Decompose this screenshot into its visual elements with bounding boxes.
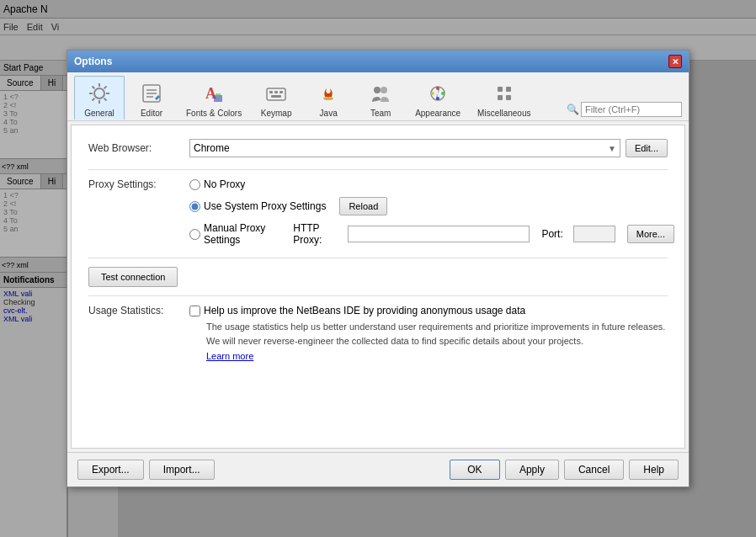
svg-point-13 xyxy=(323,97,333,100)
editor-label: Editor xyxy=(141,109,162,118)
java-label: Java xyxy=(320,109,338,118)
svg-rect-10 xyxy=(274,91,278,93)
dialog-buttons-bar: Export... Import... OK Apply Cancel Help xyxy=(67,452,689,486)
usage-description-block: The usage statistics help us better unde… xyxy=(206,320,668,362)
dialog-title: Options xyxy=(74,56,112,67)
divider-2 xyxy=(88,258,668,258)
system-proxy-radio[interactable] xyxy=(189,201,200,212)
modal-overlay: Options ✕ General xyxy=(0,0,756,537)
svg-point-14 xyxy=(374,87,381,93)
keymap-label: Keymap xyxy=(261,109,292,118)
system-proxy-option[interactable]: Use System Proxy Settings xyxy=(189,200,326,212)
team-label: Team xyxy=(370,109,391,118)
svg-point-0 xyxy=(94,88,104,98)
search-input[interactable] xyxy=(581,102,682,117)
help-button[interactable]: Help xyxy=(629,460,679,480)
export-button[interactable]: Export... xyxy=(77,460,144,480)
svg-rect-23 xyxy=(498,95,503,100)
dialog-titlebar: Options ✕ xyxy=(67,51,689,72)
miscellaneous-label: Miscellaneous xyxy=(477,109,530,118)
usage-checkbox-label[interactable]: Help us improve the NetBeans IDE by prov… xyxy=(189,305,668,316)
test-connection-button[interactable]: Test connection xyxy=(88,267,178,287)
http-proxy-label: HTTP Proxy: xyxy=(293,222,338,246)
edit-browser-button[interactable]: Edit... xyxy=(626,139,668,157)
system-proxy-row: Use System Proxy Settings Reload xyxy=(189,197,674,215)
proxy-settings-row: Proxy Settings: No Proxy Use System Pro xyxy=(88,178,668,246)
fonts-colors-label: Fonts & Colors xyxy=(186,109,242,118)
options-dialog: Options ✕ General xyxy=(67,50,689,487)
import-button[interactable]: Import... xyxy=(149,460,215,480)
dropdown-arrow-icon: ▼ xyxy=(608,144,616,153)
team-icon xyxy=(367,80,394,107)
usage-checkbox[interactable] xyxy=(189,306,200,316)
tab-team[interactable]: Team xyxy=(355,76,406,120)
editor-icon xyxy=(138,80,165,107)
browser-select[interactable]: Chrome ▼ xyxy=(189,139,620,157)
manual-proxy-radio[interactable] xyxy=(189,229,200,240)
java-icon xyxy=(315,80,342,107)
reload-button[interactable]: Reload xyxy=(339,197,387,215)
proxy-section: No Proxy Use System Proxy Settings Reloa… xyxy=(189,178,674,246)
test-connection-section: Test connection xyxy=(88,267,668,287)
svg-point-20 xyxy=(431,92,434,95)
tab-general[interactable]: General xyxy=(74,76,125,120)
usage-statistics-row: Usage Statistics: Help us improve the Ne… xyxy=(88,305,668,362)
svg-rect-22 xyxy=(506,87,511,92)
dialog-left-buttons: Export... Import... xyxy=(77,460,215,480)
learn-more-link[interactable]: Learn more xyxy=(206,351,253,361)
svg-point-15 xyxy=(381,87,387,93)
toolbar-search: 🔍 xyxy=(567,102,682,117)
divider-3 xyxy=(88,295,668,296)
usage-statistics-content: Help us improve the NetBeans IDE by prov… xyxy=(189,305,668,362)
no-proxy-row: No Proxy xyxy=(189,178,674,190)
cancel-button[interactable]: Cancel xyxy=(564,460,624,480)
svg-rect-9 xyxy=(269,91,273,93)
svg-point-18 xyxy=(441,92,445,95)
apply-button[interactable]: Apply xyxy=(505,460,559,480)
appearance-label: Appearance xyxy=(415,109,461,118)
appearance-icon xyxy=(424,80,451,107)
no-proxy-option[interactable]: No Proxy xyxy=(189,178,245,190)
no-proxy-radio[interactable] xyxy=(189,179,200,190)
keymap-icon xyxy=(263,80,290,107)
svg-point-17 xyxy=(436,87,439,90)
svg-rect-24 xyxy=(506,95,511,100)
port-input[interactable] xyxy=(573,226,615,242)
port-label: Port: xyxy=(541,228,562,240)
web-browser-row: Web Browser: Chrome ▼ Edit... xyxy=(88,139,668,157)
svg-rect-7 xyxy=(216,93,221,97)
tab-appearance[interactable]: Appearance xyxy=(407,76,468,120)
usage-statistics-label: Usage Statistics: xyxy=(88,305,189,316)
svg-rect-8 xyxy=(267,88,285,100)
proxy-settings-label: Proxy Settings: xyxy=(88,178,189,190)
dialog-right-buttons: OK Apply Cancel Help xyxy=(450,460,679,480)
manual-proxy-row: Manual Proxy Settings HTTP Proxy: Port: … xyxy=(189,222,674,246)
divider-1 xyxy=(88,169,668,170)
svg-point-19 xyxy=(436,97,439,100)
general-label: General xyxy=(84,109,114,118)
dialog-toolbar: General Editor xyxy=(67,72,689,121)
web-browser-controls: Chrome ▼ Edit... xyxy=(189,139,668,157)
svg-rect-12 xyxy=(271,95,281,98)
general-icon xyxy=(86,80,113,107)
http-proxy-input[interactable] xyxy=(348,226,530,242)
tab-keymap[interactable]: Keymap xyxy=(251,76,301,120)
fonts-colors-icon: A xyxy=(200,80,227,107)
more-button[interactable]: More... xyxy=(627,225,674,243)
ok-button[interactable]: OK xyxy=(450,460,500,480)
web-browser-label: Web Browser: xyxy=(88,142,189,154)
tab-editor[interactable]: Editor xyxy=(126,76,177,120)
search-icon: 🔍 xyxy=(567,104,579,115)
svg-rect-11 xyxy=(280,91,283,93)
manual-proxy-option[interactable]: Manual Proxy Settings xyxy=(189,222,278,246)
tab-miscellaneous[interactable]: Miscellaneous xyxy=(470,76,538,120)
tab-java[interactable]: Java xyxy=(303,76,354,120)
tab-fonts-colors[interactable]: A Fonts & Colors xyxy=(178,76,249,120)
close-button[interactable]: ✕ xyxy=(668,55,682,68)
dialog-content-area: Web Browser: Chrome ▼ Edit... Proxy Sett… xyxy=(71,125,685,449)
usage-description: The usage statistics help us better unde… xyxy=(206,320,668,348)
svg-rect-21 xyxy=(498,87,503,92)
miscellaneous-icon xyxy=(491,80,518,107)
